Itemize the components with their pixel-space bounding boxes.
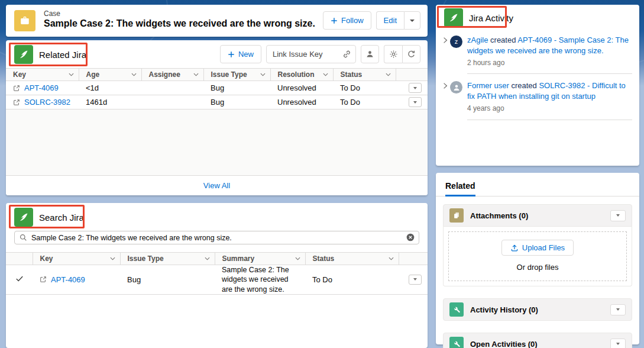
assignee-cell <box>141 81 203 95</box>
jira-activity-panel: Jira Activity z zAgile created APT-4069 … <box>436 5 639 166</box>
issue-type-cell: Bug <box>203 95 270 109</box>
plus-icon <box>228 51 235 58</box>
case-actions: Follow Edit <box>323 11 420 30</box>
search-input[interactable] <box>14 231 419 244</box>
activity-history-title: Activity History (0) <box>470 305 538 314</box>
attachments-card-body: Upload Files Or drop files <box>443 227 632 286</box>
column-header-resolution[interactable]: Resolution <box>270 69 333 81</box>
column-header-issue-type[interactable]: Issue Type <box>120 253 215 265</box>
chevron-down-icon <box>110 257 115 260</box>
assign-user-button[interactable] <box>361 45 379 63</box>
column-header-assignee[interactable]: Assignee <box>141 69 203 81</box>
related-jira-header: Related Jira New <box>6 40 428 68</box>
follow-button[interactable]: Follow <box>323 11 371 30</box>
chevron-right-icon[interactable] <box>443 82 448 89</box>
status-cell: To Do <box>333 95 396 109</box>
activity-item: Former user created SOLRC-3982 - Difficu… <box>436 80 639 120</box>
related-jira-panel: Related Jira New <box>6 40 428 195</box>
jira-activity-title: Jira Activity <box>469 13 513 23</box>
page-title: Sample Case 2: The widgets we received a… <box>44 18 315 29</box>
entity-label: Case <box>44 9 60 18</box>
chevron-down-icon <box>69 73 74 76</box>
action-text: created <box>490 36 516 44</box>
caret-down-icon <box>413 87 417 89</box>
column-header-status[interactable]: Status <box>305 253 399 265</box>
caret-down-icon <box>413 278 417 281</box>
issue-key-link[interactable]: APT-4069 <box>51 275 85 284</box>
case-header-card: Case Sample Case 2: The widgets we recei… <box>6 5 428 37</box>
search-jira-title: Search Jira <box>39 212 84 223</box>
caret-down-icon <box>410 20 415 22</box>
attachments-menu-button[interactable] <box>610 210 626 221</box>
link-icon[interactable] <box>342 50 351 61</box>
link-issue-key-field <box>266 45 356 63</box>
actor-link[interactable]: Former user <box>467 81 509 90</box>
issue-key-link[interactable]: SOLRC-3982 <box>24 98 70 107</box>
related-lists: Attachments (0) Upload Files <box>436 196 639 348</box>
chevron-down-icon <box>389 257 394 260</box>
column-header-summary[interactable]: Summary <box>215 253 305 265</box>
row-menu-button[interactable] <box>409 83 422 93</box>
search-jira-header: Search Jira <box>6 203 428 231</box>
age-cell: 1461d <box>79 95 141 109</box>
table-row: APT-4069 <1d Bug Unresolved To Do <box>6 81 428 95</box>
chevron-down-icon <box>386 73 391 76</box>
search-icon <box>20 233 27 244</box>
panel-utility-group <box>384 45 420 63</box>
zagile-logo-glyph <box>18 211 30 223</box>
edit-button[interactable]: Edit <box>376 11 404 30</box>
column-header-actions <box>399 253 428 265</box>
chevron-down-icon <box>193 73 199 76</box>
row-menu-button[interactable] <box>409 97 422 107</box>
clear-search-icon[interactable] <box>406 233 415 244</box>
caret-down-icon <box>616 214 620 217</box>
refresh-icon <box>407 50 416 59</box>
settings-button[interactable] <box>384 45 402 63</box>
chevron-down-icon <box>205 257 210 260</box>
column-header-key[interactable]: Key <box>6 69 79 81</box>
activity-history-menu-button[interactable] <box>610 304 626 315</box>
edit-button-group: Edit <box>376 11 420 30</box>
external-link-icon <box>13 99 20 106</box>
view-all-link[interactable]: View All <box>6 175 428 195</box>
attachments-card-header: Attachments (0) <box>443 204 632 227</box>
related-tab-panel: Related Attachments (0) <box>436 173 639 344</box>
column-header-status[interactable]: Status <box>333 69 396 81</box>
column-header-age[interactable]: Age <box>79 69 141 81</box>
drop-files-label: Or drop files <box>449 263 626 272</box>
related-jira-toolbar: New <box>220 45 420 63</box>
linked-check-icon <box>15 275 24 283</box>
new-issue-button[interactable]: New <box>220 45 261 63</box>
status-cell: To Do <box>305 265 399 295</box>
related-jira-title: Related Jira <box>39 50 86 60</box>
edit-dropdown-button[interactable] <box>404 11 420 30</box>
person-icon <box>452 83 461 92</box>
search-field <box>14 231 419 244</box>
row-menu-button[interactable] <box>409 275 422 285</box>
resolution-cell: Unresolved <box>270 95 333 109</box>
column-header-key[interactable]: Key <box>33 253 120 265</box>
activity-history-icon <box>449 302 464 317</box>
zagile-logo-glyph <box>448 12 459 24</box>
refresh-button[interactable] <box>402 45 420 63</box>
attachments-title: Attachments (0) <box>470 211 528 220</box>
upload-files-button[interactable]: Upload Files <box>501 240 574 256</box>
issue-key-link[interactable]: APT-4069 <box>24 83 59 92</box>
gear-icon <box>389 50 398 59</box>
actor-link[interactable]: zAgile <box>467 36 488 44</box>
jira-activity-header: Jira Activity <box>436 5 639 28</box>
search-results-table: Key Issue Type Summary Status APT-4069 B… <box>6 252 428 295</box>
status-cell: To Do <box>333 81 396 95</box>
open-activities-icon <box>449 337 464 348</box>
chevron-down-icon <box>131 73 137 76</box>
table-header-row: Key Issue Type Summary Status <box>6 253 428 265</box>
tab-related[interactable]: Related <box>445 181 475 196</box>
open-activities-menu-button[interactable] <box>610 339 626 348</box>
timestamp: 2 hours ago <box>467 58 632 68</box>
chevron-right-icon[interactable] <box>443 37 448 44</box>
issue-type-cell: Bug <box>203 81 270 95</box>
column-header-issue-type[interactable]: Issue Type <box>203 69 270 81</box>
new-label: New <box>238 50 254 59</box>
open-activities-title: Open Activities (0) <box>470 340 538 348</box>
column-header-select <box>6 253 33 265</box>
